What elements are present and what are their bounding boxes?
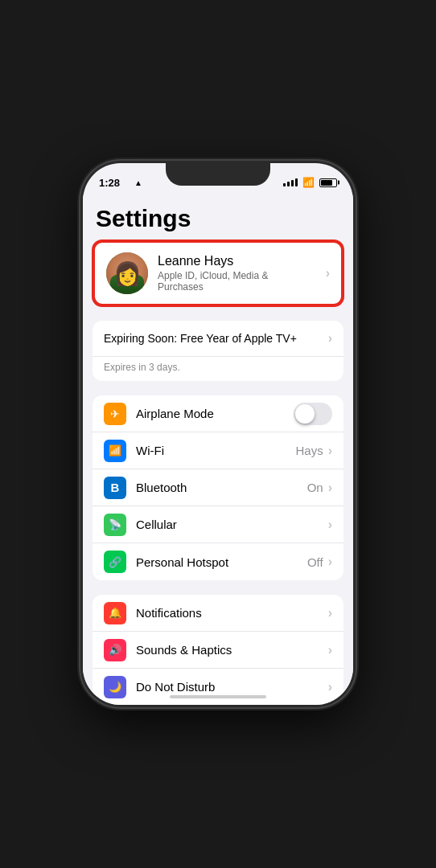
expiring-chevron: › xyxy=(328,331,332,346)
personal-hotspot-label: Personal Hotspot xyxy=(136,555,307,569)
wifi-chevron: › xyxy=(328,444,332,458)
airplane-mode-icon: ✈ xyxy=(104,403,126,425)
dnd-chevron: › xyxy=(328,680,332,694)
sounds-chevron: › xyxy=(328,643,332,657)
page-title: Settings xyxy=(83,195,353,240)
bluetooth-value: On xyxy=(307,481,323,494)
home-indicator xyxy=(170,695,266,698)
settings-row-sounds[interactable]: 🔊 Sounds & Haptics › xyxy=(93,632,343,669)
cellular-label: Cellular xyxy=(136,518,328,531)
sounds-label: Sounds & Haptics xyxy=(136,643,328,657)
profile-subtitle: Apple ID, iCloud, Media & Purchases xyxy=(158,270,316,293)
phone-frame: 1:28 ▲ 📶 Settings xyxy=(80,161,356,707)
settings-row-bluetooth[interactable]: B Bluetooth On › xyxy=(93,469,343,506)
screen-content[interactable]: Settings Leanne Hays Apple ID, iCloud, M… xyxy=(83,195,353,705)
profile-text: Leanne Hays Apple ID, iCloud, Media & Pu… xyxy=(158,254,316,293)
sounds-icon: 🔊 xyxy=(104,639,126,661)
personal-hotspot-chevron: › xyxy=(328,555,332,569)
status-time: 1:28 xyxy=(99,177,120,189)
avatar xyxy=(106,252,148,294)
notifications-label: Notifications xyxy=(136,606,328,620)
cellular-icon: 📡 xyxy=(104,514,126,536)
expiring-label: Expiring Soon: Free Year of Apple TV+ xyxy=(104,332,328,345)
profile-chevron: › xyxy=(326,266,330,280)
settings-row-airplane-mode[interactable]: ✈ Airplane Mode xyxy=(93,395,343,432)
dnd-label: Do Not Disturb xyxy=(136,680,328,694)
phone-screen: 1:28 ▲ 📶 Settings xyxy=(83,163,353,705)
signal-bars xyxy=(283,178,298,186)
avatar-image xyxy=(106,252,148,294)
profile-name: Leanne Hays xyxy=(158,254,316,268)
settings-row-dnd[interactable]: 🌙 Do Not Disturb › xyxy=(93,669,343,705)
personal-hotspot-value: Off xyxy=(307,555,323,569)
notifications-group: 🔔 Notifications › 🔊 Sounds & Haptics › xyxy=(93,595,343,705)
location-icon: ▲ xyxy=(134,178,142,187)
settings-row-wifi[interactable]: 📶 Wi-Fi Hays › xyxy=(93,432,343,469)
settings-row-cellular[interactable]: 📡 Cellular › xyxy=(93,506,343,543)
settings-row-personal-hotspot[interactable]: 🔗 Personal Hotspot Off › xyxy=(93,543,343,580)
notch xyxy=(166,163,270,186)
bluetooth-chevron: › xyxy=(328,481,332,495)
bluetooth-label: Bluetooth xyxy=(136,481,307,494)
profile-cell[interactable]: Leanne Hays Apple ID, iCloud, Media & Pu… xyxy=(93,240,343,306)
expiring-note: Expires in 3 days. xyxy=(93,357,343,381)
expiring-row[interactable]: Expiring Soon: Free Year of Apple TV+ › xyxy=(93,321,343,357)
airplane-mode-toggle[interactable] xyxy=(294,403,332,425)
dnd-icon: 🌙 xyxy=(104,676,126,698)
notifications-chevron: › xyxy=(328,606,332,620)
cellular-chevron: › xyxy=(328,518,332,532)
status-icons: 📶 xyxy=(283,177,337,188)
personal-hotspot-icon: 🔗 xyxy=(104,551,126,573)
bluetooth-icon: B xyxy=(104,477,126,499)
battery-icon xyxy=(319,178,337,187)
expiring-section: Expiring Soon: Free Year of Apple TV+ › … xyxy=(93,321,343,381)
airplane-mode-label: Airplane Mode xyxy=(136,407,287,420)
connectivity-group: ✈ Airplane Mode 📶 Wi-Fi Hays › xyxy=(93,395,343,580)
settings-row-notifications[interactable]: 🔔 Notifications › xyxy=(93,595,343,632)
wifi-value: Hays xyxy=(295,444,323,457)
wifi-label: Wi-Fi xyxy=(136,444,295,457)
wifi-status-icon: 📶 xyxy=(302,177,315,188)
notifications-icon: 🔔 xyxy=(104,602,126,624)
wifi-icon: 📶 xyxy=(104,440,126,462)
